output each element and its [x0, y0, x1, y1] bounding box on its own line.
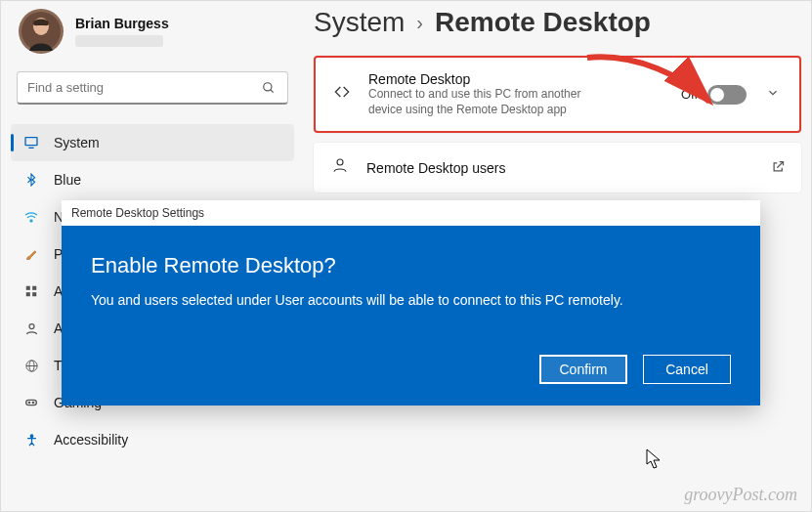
user-name: Brian Burgess: [75, 16, 169, 31]
avatar: [19, 9, 64, 54]
svg-point-2: [264, 82, 272, 90]
mouse-cursor-icon: [646, 448, 663, 470]
main-content: System › Remote Desktop Remote Desktop C…: [314, 1, 801, 192]
confirm-button[interactable]: Confirm: [539, 355, 627, 384]
search-icon: [260, 79, 278, 97]
dialog-titlebar: Remote Desktop Settings: [62, 200, 760, 226]
sidebar-item-accessibility[interactable]: Accessibility: [11, 421, 294, 458]
remote-desktop-card[interactable]: Remote Desktop Connect to and use this P…: [314, 56, 801, 133]
chevron-right-icon: ›: [416, 12, 423, 34]
accounts-icon: [22, 320, 40, 337]
svg-rect-7: [26, 286, 30, 290]
breadcrumb: System › Remote Desktop: [314, 1, 801, 56]
svg-line-3: [271, 89, 274, 92]
sidebar-item-label: System: [54, 135, 100, 150]
svg-point-6: [30, 220, 32, 222]
svg-point-16: [28, 402, 29, 403]
svg-point-18: [30, 434, 33, 437]
remote-desktop-users-card[interactable]: Remote Desktop users: [314, 143, 801, 192]
dialog-body: Enable Remote Desktop? You and users sel…: [62, 226, 760, 405]
card-body: Remote Desktop Connect to and use this P…: [368, 71, 665, 117]
brush-icon: [22, 245, 40, 263]
search-box[interactable]: [17, 71, 288, 105]
remote-desktop-toggle[interactable]: [707, 85, 747, 105]
svg-rect-8: [32, 286, 36, 290]
accessibility-icon: [22, 431, 40, 448]
page-title: Remote Desktop: [435, 7, 651, 38]
sidebar-item-system[interactable]: System: [11, 124, 294, 161]
card-body: Remote Desktop users: [366, 160, 755, 176]
bluetooth-icon: [22, 171, 40, 189]
card-title: Remote Desktop users: [366, 160, 755, 176]
enable-remote-desktop-dialog: Remote Desktop Settings Enable Remote De…: [62, 200, 760, 405]
external-link-icon[interactable]: [771, 159, 786, 177]
chevron-down-icon[interactable]: [762, 86, 784, 103]
user-account-block[interactable]: Brian Burgess: [11, 1, 294, 71]
svg-rect-9: [26, 292, 30, 296]
svg-point-11: [29, 323, 34, 328]
user-email-redacted: [75, 35, 163, 47]
sidebar-item-label: Blue: [54, 172, 81, 188]
user-text: Brian Burgess: [75, 16, 169, 47]
system-icon: [22, 134, 40, 151]
sidebar-item-label: Accessibility: [54, 432, 128, 448]
dialog-button-row: Confirm Cancel: [91, 355, 731, 384]
sidebar-item-bluetooth[interactable]: Blue: [11, 161, 294, 198]
dialog-heading: Enable Remote Desktop?: [91, 253, 731, 278]
globe-icon: [22, 357, 40, 374]
apps-icon: [22, 282, 40, 300]
remote-arrows-icon: [331, 82, 353, 107]
toggle-group: Off: [681, 85, 747, 105]
wifi-icon: [22, 208, 40, 226]
card-description: Connect to and use this PC from another …: [368, 87, 583, 117]
svg-rect-4: [25, 138, 37, 146]
svg-rect-10: [32, 292, 36, 296]
watermark: groovyPost.com: [684, 485, 797, 505]
cancel-button[interactable]: Cancel: [643, 355, 731, 384]
gamepad-icon: [22, 394, 40, 411]
dialog-text: You and users selected under User accoun…: [91, 292, 731, 308]
svg-point-19: [337, 159, 343, 165]
user-icon: [329, 156, 351, 179]
svg-rect-15: [26, 400, 37, 405]
breadcrumb-parent[interactable]: System: [314, 7, 405, 38]
svg-point-17: [32, 402, 33, 403]
search-input[interactable]: [27, 80, 260, 95]
card-title: Remote Desktop: [368, 71, 665, 87]
toggle-label: Off: [681, 87, 698, 102]
